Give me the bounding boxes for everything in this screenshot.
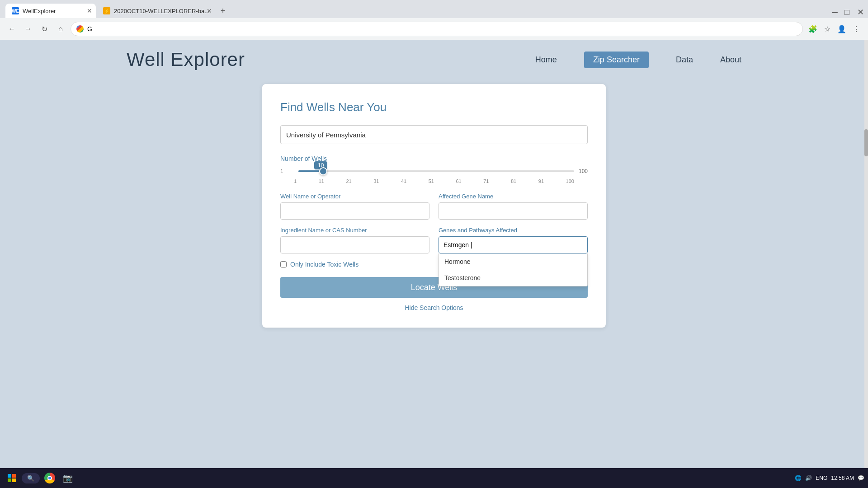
search-icon: 🔍	[27, 475, 34, 482]
taskbar-sys: 🌐 🔊 ENG 12:58 AM 💬	[795, 474, 864, 482]
svg-rect-1	[12, 474, 16, 478]
bookmark-icon[interactable]: ☆	[821, 23, 834, 35]
ingredient-field: Ingredient Name or CAS Number	[280, 227, 429, 253]
affected-gene-label: Affected Gene Name	[439, 193, 588, 200]
main-card: Find Wells Near You Number of Wells 1 10	[262, 84, 606, 328]
toolbar-icons: 🧩 ☆ 👤 ⋮	[807, 23, 863, 35]
extensions-icon[interactable]: 🧩	[807, 23, 819, 35]
volume-icon: 🔊	[805, 475, 812, 481]
genes-pathways-dropdown: Hormone Testosterone	[439, 253, 588, 286]
tab2-favicon: ⚡	[103, 7, 110, 14]
tick-71: 71	[483, 178, 489, 184]
page-content: Well Explorer Home Zip Searcher Data Abo…	[0, 40, 868, 488]
site-nav: Home Zip Searcher Data About	[535, 52, 741, 68]
address-bar-row: ← → ↻ ⌂ 🧩 ☆ 👤 ⋮	[0, 18, 868, 40]
nav-zip-searcher[interactable]: Zip Searcher	[584, 52, 649, 68]
maximize-button[interactable]: □	[844, 8, 850, 14]
lang-label: ENG	[816, 475, 827, 481]
well-name-input[interactable]	[280, 202, 429, 220]
tab2-label: 2020OCT10-WELLEXPLORER-ba...	[114, 8, 209, 14]
genes-pathways-input[interactable]	[439, 236, 588, 253]
tick-100: 100	[566, 178, 574, 184]
toxic-only-label: Only Include Toxic Wells	[290, 261, 359, 268]
tab2-close[interactable]: ✕	[207, 7, 212, 14]
tick-61: 61	[456, 178, 461, 184]
form-grid: Well Name or Operator Affected Gene Name…	[280, 193, 588, 253]
ingredient-label: Ingredient Name or CAS Number	[280, 227, 429, 234]
slider-track-wrapper[interactable]	[298, 167, 574, 176]
close-button[interactable]: ✕	[857, 8, 863, 14]
clock-time: 12:58 AM	[831, 474, 854, 482]
tick-11: 11	[319, 178, 324, 184]
browser-chrome: WE WellExplorer ✕ ⚡ 2020OCT10-WELLEXPLOR…	[0, 0, 868, 40]
svg-rect-3	[12, 479, 16, 482]
scrollbar[interactable]	[864, 40, 868, 488]
slider-min: 1	[280, 168, 289, 174]
start-button[interactable]	[4, 470, 20, 486]
nav-about[interactable]: About	[720, 55, 741, 65]
dropdown-item-hormone[interactable]: Hormone	[439, 253, 587, 270]
tab1-label: WellExplorer	[23, 8, 56, 14]
home-nav-button[interactable]: ⌂	[54, 23, 67, 35]
nav-home[interactable]: Home	[535, 55, 557, 65]
forward-button[interactable]: →	[22, 23, 34, 35]
svg-rect-0	[8, 474, 11, 478]
well-name-label: Well Name or Operator	[280, 193, 429, 200]
location-input[interactable]	[280, 125, 588, 144]
taskbar-app-chrome[interactable]	[42, 470, 58, 486]
taskbar: 🔍 📷 🌐 🔊 ENG 12:58 AM 💬	[0, 468, 868, 488]
tab1-favicon: WE	[12, 7, 19, 14]
slider-row: 1 10 100	[280, 167, 588, 176]
slider-container: 1 10 100 1 11	[280, 167, 588, 184]
well-name-field: Well Name or Operator	[280, 193, 429, 220]
new-tab-button[interactable]: +	[217, 5, 229, 17]
tab-wellexplorer[interactable]: WE WellExplorer ✕	[5, 4, 96, 18]
site-header: Well Explorer Home Zip Searcher Data Abo…	[0, 40, 868, 80]
ingredient-input[interactable]	[280, 236, 429, 253]
hide-search-link[interactable]: Hide Search Options	[280, 304, 588, 311]
main-card-wrapper: Find Wells Near You Number of Wells 1 10	[0, 80, 868, 332]
nav-data[interactable]: Data	[676, 55, 693, 65]
address-bar[interactable]	[71, 22, 803, 36]
tick-91: 91	[538, 178, 544, 184]
address-input[interactable]	[87, 25, 797, 33]
back-button[interactable]: ←	[5, 23, 18, 35]
taskbar-search[interactable]: 🔍	[22, 473, 40, 483]
tick-21: 21	[346, 178, 351, 184]
tab-wellexplorer2[interactable]: ⚡ 2020OCT10-WELLEXPLORER-ba... ✕	[97, 4, 216, 18]
tick-31: 31	[373, 178, 379, 184]
genes-pathways-field: Genes and Pathways Affected Hormone Test…	[439, 227, 588, 253]
google-icon	[76, 25, 84, 33]
minimize-button[interactable]: ─	[832, 8, 837, 14]
scrollbar-thumb[interactable]	[864, 129, 868, 156]
tick-81: 81	[511, 178, 516, 184]
taskbar-app-camera[interactable]: 📷	[60, 470, 76, 486]
site-logo: Well Explorer	[127, 49, 245, 70]
dropdown-item-testosterone[interactable]: Testosterone	[439, 270, 587, 286]
notification-icon[interactable]: 💬	[858, 475, 864, 481]
slider-thumb[interactable]	[319, 167, 327, 175]
tick-41: 41	[401, 178, 406, 184]
slider-track	[298, 170, 574, 172]
sys-time: 12:58 AM	[831, 474, 854, 482]
slider-max: 100	[579, 168, 588, 174]
card-title: Find Wells Near You	[280, 100, 588, 114]
tick-1: 1	[294, 178, 297, 184]
tick-51: 51	[429, 178, 434, 184]
affected-gene-input[interactable]	[439, 202, 588, 220]
title-bar: WE WellExplorer ✕ ⚡ 2020OCT10-WELLEXPLOR…	[0, 0, 868, 18]
genes-pathways-label: Genes and Pathways Affected	[439, 227, 588, 234]
refresh-button[interactable]: ↻	[38, 23, 51, 35]
svg-rect-2	[8, 479, 11, 482]
toxic-only-checkbox[interactable]	[280, 261, 287, 267]
tab1-close[interactable]: ✕	[87, 7, 92, 14]
network-icon: 🌐	[795, 475, 802, 481]
affected-gene-field: Affected Gene Name	[439, 193, 588, 220]
profile-icon[interactable]: 👤	[835, 23, 848, 35]
menu-icon[interactable]: ⋮	[850, 23, 863, 35]
window-controls: ─ □ ✕	[832, 8, 863, 14]
